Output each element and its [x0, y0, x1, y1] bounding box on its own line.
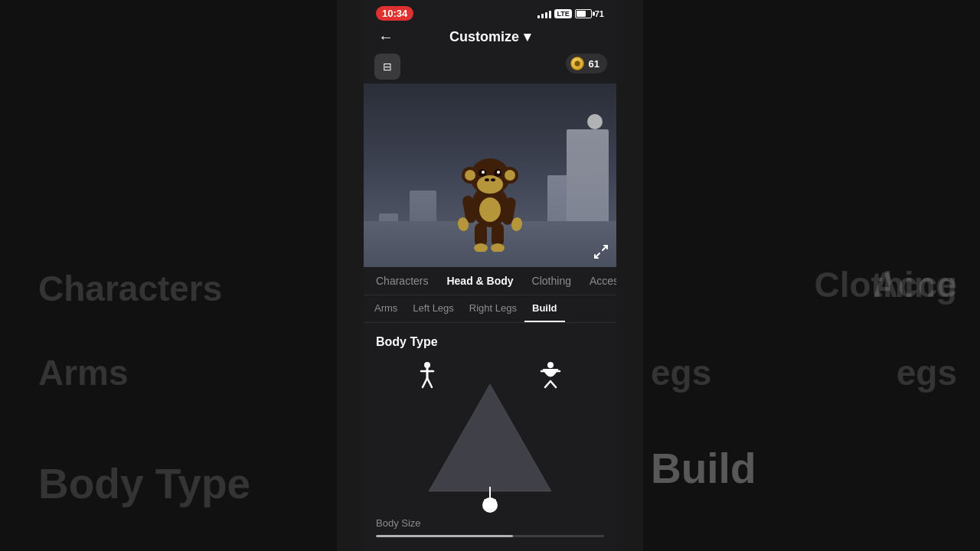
body-type-triangle-svg: [421, 384, 559, 499]
battery-icon: [575, 9, 592, 18]
filter-button[interactable]: ⊟: [374, 54, 400, 80]
tab-characters[interactable]: Characters: [367, 267, 437, 295]
svg-point-7: [505, 170, 515, 181]
primary-tab-bar: Characters Head & Body Clothing Acces...: [364, 267, 616, 295]
status-time: 10:34: [376, 6, 413, 21]
svg-point-3: [477, 175, 503, 194]
subtab-left-legs[interactable]: Left Legs: [405, 295, 462, 322]
currency-badge: ⬤ 61: [566, 54, 607, 73]
triangle-area: [406, 369, 574, 507]
subtab-arms[interactable]: Arms: [367, 295, 405, 322]
side-text-characters: Characters: [38, 268, 222, 309]
svg-point-12: [485, 178, 489, 181]
side-text-legs: egs: [651, 352, 711, 393]
slider-dot: [482, 497, 498, 513]
svg-point-10: [482, 171, 485, 174]
expand-icon: [593, 244, 609, 259]
side-text-build: Build: [651, 444, 972, 493]
header-title: Customize ▾: [449, 28, 531, 45]
side-text-acce: Acce: [873, 264, 957, 305]
viewport: [364, 83, 616, 267]
tab-clothing[interactable]: Clothing: [523, 267, 580, 295]
status-icons: LTE 71: [537, 9, 604, 18]
body-type-container: [376, 361, 604, 514]
tab-head-body[interactable]: Head & Body: [437, 267, 522, 295]
side-text-arms: Arms: [38, 352, 129, 393]
side-text-bodytype: Body Type: [38, 459, 250, 508]
drag-handle[interactable]: [587, 114, 603, 129]
subtab-build[interactable]: Build: [524, 295, 565, 322]
monkey-svg: [448, 129, 532, 252]
subtab-right-legs[interactable]: Right Legs: [462, 295, 524, 322]
svg-point-13: [491, 178, 495, 181]
body-type-slider[interactable]: [484, 487, 496, 505]
signal-bar-1: [537, 15, 540, 18]
currency-amount: 61: [589, 58, 599, 70]
signal-bar-2: [541, 14, 544, 18]
character: [448, 129, 532, 252]
status-bar: 10:34 LTE 71: [364, 0, 616, 24]
secondary-tab-bar: Arms Left Legs Right Legs Build: [364, 295, 616, 323]
signal-bars: [537, 9, 551, 18]
svg-point-5: [465, 170, 475, 181]
coin-icon: ⬤: [570, 57, 584, 70]
svg-point-29: [547, 362, 554, 368]
header-chevron-icon: ▾: [524, 28, 531, 45]
signal-bar-4: [549, 11, 551, 18]
side-panel-right: Clothing Acce egs egs Build: [643, 0, 980, 551]
header-title-text: Customize: [449, 29, 519, 45]
side-panel-left: Characters Arms Body Type: [0, 0, 337, 551]
outer-wrapper: Characters Arms Body Type Clothing Acce …: [0, 0, 980, 551]
body-size-label: Body Size: [376, 517, 604, 529]
back-arrow-icon: ←: [378, 28, 394, 46]
battery-level: 71: [595, 9, 604, 18]
signal-bar-3: [545, 12, 547, 18]
lte-badge: LTE: [554, 9, 571, 18]
coin-symbol: ⬤: [574, 60, 580, 67]
filter-sliders-icon: ⊟: [383, 60, 392, 73]
svg-marker-33: [429, 384, 551, 491]
expand-button[interactable]: [592, 243, 610, 261]
tab-accessories[interactable]: Acces...: [580, 267, 616, 295]
back-button[interactable]: ←: [374, 25, 397, 48]
scroll-indicator: [376, 535, 604, 537]
app-header: ← Customize ▾: [364, 24, 616, 50]
content-area: Body Type: [364, 323, 616, 537]
svg-point-11: [497, 171, 500, 174]
section-title-body-type: Body Type: [376, 335, 604, 349]
toolbar-row: ⊟ ⬤ 61: [364, 50, 616, 83]
side-text-legs2: egs: [897, 352, 957, 393]
svg-point-1: [479, 197, 501, 222]
battery-fill: [577, 11, 586, 17]
phone-frame: 10:34 LTE 71 ← Customize: [364, 0, 616, 551]
scroll-thumb: [376, 535, 513, 537]
